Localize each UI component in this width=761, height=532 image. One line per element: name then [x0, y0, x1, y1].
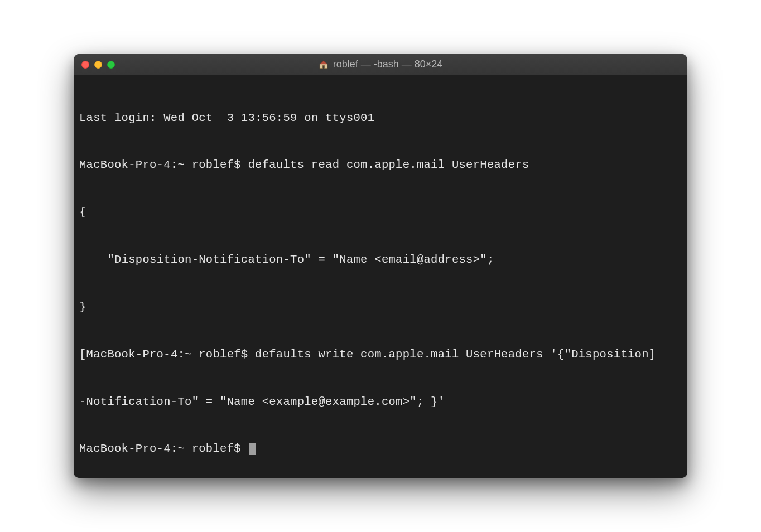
terminal-line-output: }	[79, 299, 682, 315]
terminal-line-prompt: MacBook-Pro-4:~ roblef$	[79, 441, 682, 457]
minimize-button[interactable]	[94, 61, 102, 69]
terminal-line-login: Last login: Wed Oct 3 13:56:59 on ttys00…	[79, 110, 682, 126]
terminal-line-cmd-read: MacBook-Pro-4:~ roblef$ defaults read co…	[79, 157, 682, 173]
close-button[interactable]	[81, 61, 89, 69]
window-title-wrap: roblef — -bash — 80×24	[74, 59, 687, 70]
window-title: roblef — -bash — 80×24	[333, 59, 443, 70]
cursor	[249, 443, 256, 455]
terminal-line-output: {	[79, 205, 682, 220]
traffic-lights	[81, 61, 115, 69]
terminal-line-output: "Disposition-Notification-To" = "Name <e…	[79, 252, 682, 268]
terminal-line-cmd-write-cont: -Notification-To" = "Name <example@examp…	[79, 394, 682, 410]
terminal-body[interactable]: Last login: Wed Oct 3 13:56:59 on ttys00…	[74, 75, 687, 478]
home-icon	[319, 60, 329, 70]
zoom-button[interactable]	[107, 61, 115, 69]
window-titlebar[interactable]: roblef — -bash — 80×24	[74, 54, 687, 75]
prompt-text: MacBook-Pro-4:~ roblef$	[79, 442, 248, 455]
terminal-line-cmd-write: [MacBook-Pro-4:~ roblef$ defaults write …	[79, 347, 682, 362]
terminal-window: roblef — -bash — 80×24 Last login: Wed O…	[74, 54, 687, 478]
